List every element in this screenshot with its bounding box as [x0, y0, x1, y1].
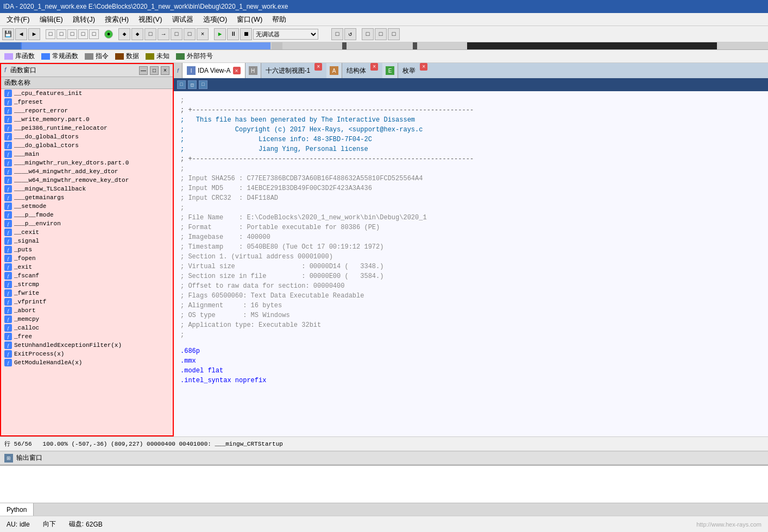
- toolbar-play-btn[interactable]: ▶: [214, 28, 226, 40]
- toolbar-pause-btn[interactable]: ⏸: [227, 28, 239, 40]
- func-item-icon: f: [4, 168, 12, 175]
- toolbar-btn5[interactable]: □: [89, 29, 99, 39]
- ida-win-btn2[interactable]: ◫: [188, 80, 197, 89]
- toolbar-btn2[interactable]: □: [56, 29, 66, 39]
- toolbar-btn4[interactable]: □: [78, 29, 88, 39]
- tab-hex-view[interactable]: H: [245, 63, 261, 78]
- func-item-name: ____w64_mingwthr_add_key_dtor: [14, 168, 118, 175]
- legend-label-regular: 常规函数: [52, 52, 78, 61]
- func-list-item[interactable]: f _fopen: [1, 254, 173, 263]
- func-list-item[interactable]: f _fscanf: [1, 271, 173, 280]
- func-list-item[interactable]: f ___mingwthr_run_key_dtors.part.0: [1, 159, 173, 167]
- menu-jump[interactable]: 跳转(J): [68, 14, 99, 26]
- ida-win-btn3[interactable]: □: [199, 80, 207, 89]
- func-list-item[interactable]: f ___do_global_dtors: [1, 132, 173, 141]
- panels-area: f 函数窗口 — □ × 函数名称 f __cpu_features_init: [0, 63, 768, 436]
- menu-options[interactable]: 选项(O): [199, 14, 232, 26]
- toolbar-btn14[interactable]: □: [362, 28, 374, 40]
- func-list-item[interactable]: f _free: [1, 332, 173, 341]
- toolbar-btn1[interactable]: □: [46, 29, 55, 39]
- func-list-item[interactable]: f ___do_global_ctors: [1, 141, 173, 150]
- func-list-item[interactable]: f _vfprintf: [1, 297, 173, 306]
- func-list-item[interactable]: f __write_memory.part.0: [1, 115, 173, 124]
- func-list-item[interactable]: f _puts: [1, 245, 173, 254]
- panel-close-btn[interactable]: ×: [161, 66, 169, 75]
- func-list-item[interactable]: f _exit: [1, 263, 173, 271]
- menu-debugger[interactable]: 调试器: [168, 14, 198, 26]
- menu-search[interactable]: 搜索(H): [100, 14, 133, 26]
- func-list-item[interactable]: f __cpu_features_init: [1, 89, 173, 98]
- toolbar-left-btn[interactable]: ◀: [15, 28, 27, 40]
- toolbar-btn6[interactable]: ◆: [118, 28, 130, 40]
- menu-edit[interactable]: 编辑(E): [35, 14, 67, 26]
- ida-win-btn1[interactable]: □: [177, 80, 186, 89]
- func-list-item[interactable]: f _abort: [1, 306, 173, 315]
- status-pos-info: 100.00% (-507,-36) (809,227) 00000400 00…: [43, 441, 283, 447]
- toolbar-btn9[interactable]: →: [158, 28, 169, 40]
- toolbar-right-btn[interactable]: ▶: [28, 28, 40, 40]
- func-list-item[interactable]: f ___report_error: [1, 106, 173, 115]
- toolbar-save-btn[interactable]: 💾: [2, 28, 14, 40]
- func-list-item[interactable]: f ExitProcess(x): [1, 350, 173, 358]
- func-panel-header: f 函数窗口 — □ ×: [1, 64, 173, 77]
- tab-struct-close[interactable]: ×: [370, 63, 378, 71]
- func-list-item[interactable]: f ___main: [1, 150, 173, 159]
- func-item-icon: f: [4, 315, 12, 323]
- toolbar-stop-btn[interactable]: ⏹: [240, 28, 252, 40]
- func-list[interactable]: f __cpu_features_init f _fpreset f ___re…: [1, 89, 173, 435]
- func-item-name: ___report_error: [14, 107, 68, 114]
- tab-hex-icon: H: [249, 66, 257, 75]
- tab-func-mini[interactable]: f: [174, 63, 182, 78]
- func-item-icon: f: [4, 107, 12, 115]
- func-list-item[interactable]: f __pei386_runtime_relocator: [1, 124, 173, 132]
- output-content[interactable]: [0, 466, 768, 503]
- toolbar-btn10[interactable]: □: [171, 28, 182, 40]
- menu-window[interactable]: 窗口(W): [232, 14, 267, 26]
- func-list-item[interactable]: f _calloc: [1, 324, 173, 332]
- tab-hex-close[interactable]: ×: [314, 63, 322, 71]
- func-list-item[interactable]: f _strcmp: [1, 280, 173, 289]
- toolbar-btn8[interactable]: □: [144, 28, 156, 40]
- tab-ida-view[interactable]: I IDA View-A ×: [182, 63, 245, 78]
- func-list-item[interactable]: f _signal: [1, 237, 173, 245]
- toolbar-green-btn[interactable]: ●: [104, 30, 113, 39]
- tab-struct[interactable]: A: [326, 63, 342, 78]
- func-item-name: _fwrite: [14, 290, 39, 296]
- bottom-right-text: http://www.hex-rays.com: [696, 521, 761, 528]
- toolbar-btn13[interactable]: □: [331, 28, 343, 40]
- tab-enum-close[interactable]: ×: [420, 63, 427, 71]
- func-list-item[interactable]: f __cexit: [1, 228, 173, 237]
- toolbar-btn3[interactable]: □: [67, 29, 77, 39]
- menu-view[interactable]: 视图(V): [134, 14, 166, 26]
- toolbar-btn12[interactable]: ×: [197, 28, 209, 40]
- panel-minimize-btn[interactable]: —: [139, 66, 148, 75]
- status-bar: 行 56/56 100.00% (-507,-36) (809,227) 000…: [0, 436, 768, 451]
- func-list-item[interactable]: f _memcpy: [1, 315, 173, 324]
- func-list-item[interactable]: f ____w64_mingwthr_add_key_dtor: [1, 167, 173, 176]
- func-panel: f 函数窗口 — □ × 函数名称 f __cpu_features_init: [0, 63, 174, 436]
- toolbar-btn16[interactable]: □: [388, 28, 400, 40]
- ida-content[interactable]: ; ; +-----------------------------------…: [174, 91, 768, 436]
- toolbar-reload-btn[interactable]: ↺: [344, 28, 356, 40]
- toolbar-btn15[interactable]: □: [375, 28, 387, 40]
- tab-enum[interactable]: E: [382, 63, 398, 78]
- func-list-item[interactable]: f ___mingw_TLScallback: [1, 185, 173, 193]
- func-list-item[interactable]: f SetUnhandledExceptionFilter(x): [1, 341, 173, 350]
- func-list-item[interactable]: f ____w64_mingwthr_remove_key_dtor: [1, 176, 173, 185]
- debugger-select[interactable]: 无调试器: [253, 29, 318, 40]
- func-list-item[interactable]: f _fpreset: [1, 98, 173, 106]
- toolbar-btn11[interactable]: □: [184, 28, 196, 40]
- tab-ida-close[interactable]: ×: [233, 67, 241, 74]
- func-list-item[interactable]: f __setmode: [1, 202, 173, 211]
- python-tab[interactable]: Python: [0, 503, 34, 516]
- menu-help[interactable]: 帮助: [268, 14, 291, 26]
- toolbar-btn7[interactable]: ◆: [131, 28, 143, 40]
- func-list-item[interactable]: f ___p__fmode: [1, 211, 173, 219]
- func-item-name: _signal: [14, 238, 39, 244]
- func-list-item[interactable]: f GetModuleHandleA(x): [1, 358, 173, 367]
- menu-file[interactable]: 文件(F): [2, 14, 34, 26]
- panel-restore-btn[interactable]: □: [150, 66, 159, 75]
- func-list-item[interactable]: f _fwrite: [1, 289, 173, 297]
- func-list-item[interactable]: f ___getmainargs: [1, 193, 173, 202]
- func-list-item[interactable]: f ___p__environ: [1, 219, 173, 228]
